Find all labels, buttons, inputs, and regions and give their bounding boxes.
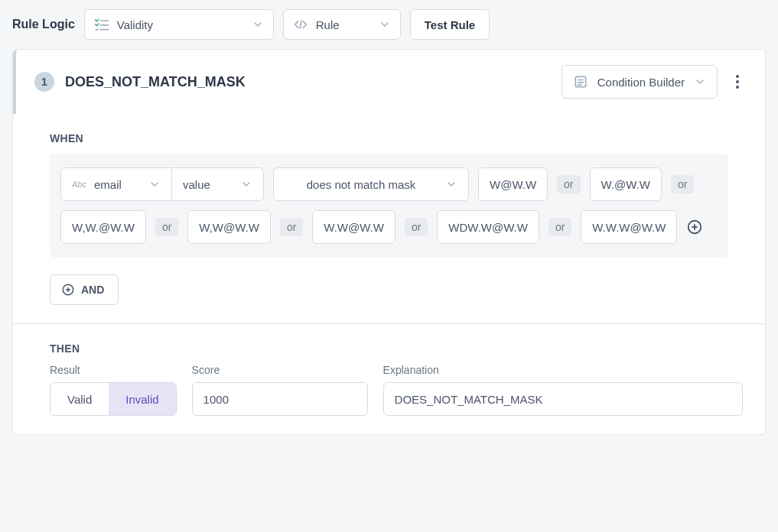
or-chip[interactable]: or — [280, 218, 303, 236]
chevron-down-icon — [445, 178, 457, 190]
rule-dropdown[interactable]: Rule — [283, 9, 401, 40]
or-chip[interactable]: or — [549, 218, 571, 236]
more-menu-button[interactable] — [728, 70, 747, 93]
rule-title: DOES_NOT_MATCH_MASK — [65, 74, 551, 90]
then-section: THEN Result Valid Invalid Score Explanat… — [13, 323, 765, 434]
mask-value[interactable]: W.W@W.W — [312, 210, 396, 244]
add-and-condition-button[interactable]: AND — [50, 274, 119, 305]
explanation-input[interactable] — [383, 382, 743, 416]
score-field-label: Score — [192, 364, 368, 376]
test-rule-button[interactable]: Test Rule — [410, 9, 490, 40]
and-button-label: AND — [81, 284, 104, 296]
when-label: WHEN — [50, 132, 728, 144]
chevron-down-icon — [694, 76, 706, 88]
explanation-field-label: Explanation — [383, 364, 743, 376]
or-chip[interactable]: or — [671, 175, 694, 193]
operator-selector[interactable]: does not match mask — [273, 167, 469, 201]
validity-dropdown[interactable]: Validity — [84, 9, 274, 40]
property-selector-value: value — [183, 178, 233, 191]
score-input[interactable] — [192, 382, 368, 416]
operator-selector-value: does not match mask — [285, 178, 438, 191]
chevron-down-icon — [379, 18, 391, 31]
mask-value[interactable]: W.W.W@W.W — [581, 210, 677, 244]
or-chip[interactable]: or — [155, 218, 178, 236]
result-option-invalid[interactable]: Invalid — [109, 383, 175, 415]
svg-line-4 — [300, 21, 301, 28]
mask-value[interactable]: W,W.@W.W — [60, 210, 146, 244]
code-icon — [293, 17, 308, 32]
mask-value[interactable]: WDW.W@W.W — [437, 210, 539, 244]
mask-value[interactable]: W.@W.W — [590, 167, 662, 201]
or-chip[interactable]: or — [405, 218, 428, 236]
builder-icon — [573, 74, 588, 89]
chevron-down-icon — [252, 18, 264, 31]
chevron-down-icon — [240, 178, 252, 190]
add-mask-button[interactable] — [686, 219, 703, 235]
then-label: THEN — [50, 342, 728, 355]
or-chip[interactable]: or — [557, 175, 580, 193]
property-selector[interactable]: value — [172, 167, 264, 201]
rule-dropdown-label: Rule — [316, 18, 371, 31]
score-field: Score — [192, 364, 368, 416]
page-title: Rule Logic — [12, 18, 75, 31]
validity-dropdown-label: Validity — [117, 18, 244, 31]
result-field: Result Valid Invalid — [50, 364, 177, 416]
rule-index-badge: 1 — [34, 72, 54, 92]
result-toggle: Valid Invalid — [50, 382, 177, 416]
rule-panel: 1 DOES_NOT_MATCH_MASK Condition Builder … — [12, 49, 766, 435]
plus-circle-icon — [61, 283, 75, 297]
result-option-valid[interactable]: Valid — [50, 383, 109, 415]
mask-value[interactable]: W,W@W.W — [187, 210, 271, 244]
when-section: WHEN Abc email value does not match mask… — [13, 114, 765, 323]
field-selector-value: email — [94, 178, 141, 191]
panel-header: 1 DOES_NOT_MATCH_MASK Condition Builder — [13, 50, 765, 114]
mask-value[interactable]: W@W.W — [478, 167, 548, 201]
type-badge: Abc — [72, 180, 86, 189]
checklist-icon — [94, 17, 109, 32]
topbar: Rule Logic Validity Rule Test Rule — [0, 0, 778, 49]
condition-row: Abc email value does not match mask W@W.… — [50, 154, 728, 258]
condition-builder-label: Condition Builder — [597, 76, 685, 89]
result-field-label: Result — [50, 364, 177, 376]
explanation-field: Explanation — [383, 364, 743, 416]
chevron-down-icon — [148, 178, 161, 190]
field-selector[interactable]: Abc email — [60, 167, 172, 201]
condition-builder-dropdown[interactable]: Condition Builder — [562, 65, 718, 99]
